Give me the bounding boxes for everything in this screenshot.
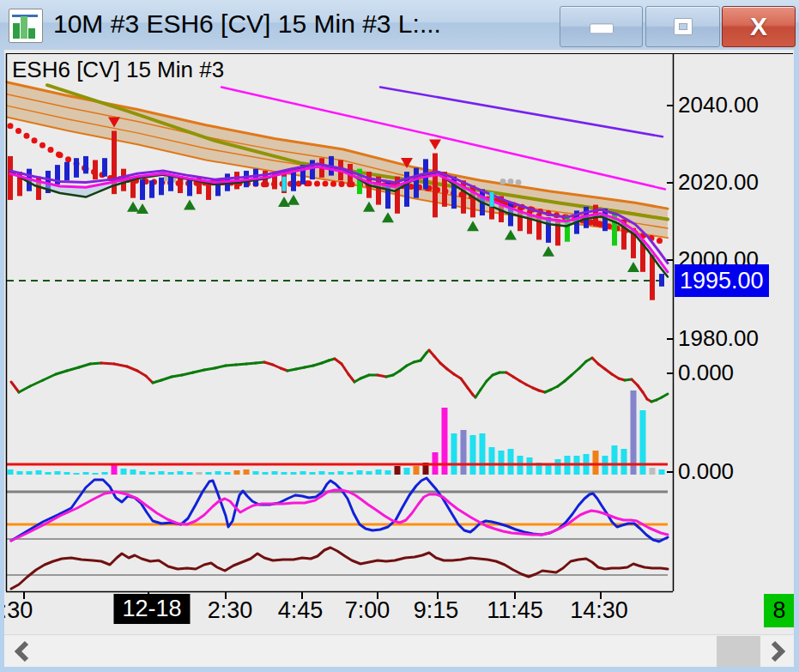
close-icon: X	[723, 7, 795, 46]
trend-oscillator-series	[11, 350, 668, 402]
title-bar[interactable]: 10M #3 ESH6 [CV] 15 Min #3 L:... X	[0, 0, 799, 51]
window-border-bottom	[0, 667, 799, 672]
chart-number-badge: 8	[764, 594, 794, 627]
buy-signal-triangle	[627, 262, 639, 272]
window-title: 10M #3 ESH6 [CV] 15 Min #3 L:...	[53, 9, 441, 39]
price-axis-label: 1980.00	[678, 325, 759, 352]
horizontal-scrollbar[interactable]	[4, 634, 794, 667]
cyan-signal-tick	[282, 177, 287, 191]
chart-window: 10M #3 ESH6 [CV] 15 Min #3 L:... X ESH6 …	[0, 0, 799, 672]
date-label-highlighted: 12-18	[113, 594, 190, 624]
chart-client-area: ESH6 [CV] 15 Min #3 2040.002020.002000.0…	[4, 50, 794, 667]
buy-signal-triangle	[136, 203, 148, 214]
scroll-right-arrow-icon[interactable]	[765, 639, 789, 663]
price-axis-label: 2020.00	[678, 169, 759, 196]
maximize-icon	[674, 18, 693, 35]
price-axis-label: 0.000	[678, 458, 734, 485]
buy-signal-triangle	[542, 246, 554, 257]
minimize-button[interactable]	[560, 6, 643, 47]
time-axis-label: 14:30	[570, 597, 628, 624]
stochastic-fast-line	[11, 478, 668, 542]
time-axis-label: 11:45	[487, 597, 543, 624]
buy-signal-triangle	[127, 202, 139, 212]
time-axis-label: 9:15	[414, 597, 459, 624]
buy-signal-triangle	[288, 195, 300, 205]
window-border-right	[794, 50, 799, 672]
window-border-left	[0, 50, 4, 672]
stochastic-slow-line	[11, 490, 668, 541]
close-button[interactable]: X	[722, 6, 796, 47]
scroll-left-arrow-icon[interactable]	[11, 639, 35, 663]
time-axis-label: 7:00	[345, 597, 390, 624]
chart-symbol-label: ESH6 [CV] 15 Min #3	[12, 57, 224, 83]
last-price-badge: 1995.00	[675, 264, 769, 297]
scrollbar-thumb[interactable]	[717, 636, 760, 667]
gray-dot	[500, 179, 506, 185]
time-axis-label: 0:30	[4, 597, 33, 624]
cyan-signal-tick	[490, 192, 494, 207]
time-axis-label: 4:45	[278, 597, 324, 624]
volume-histogram-series	[8, 390, 665, 475]
price-axis-label: 2040.00	[678, 92, 759, 118]
buy-signal-triangle	[382, 212, 394, 222]
price-axis-label: 0.000	[678, 360, 734, 386]
buy-signal-triangle	[467, 221, 479, 231]
app-icon	[9, 9, 43, 43]
momentum-line-line	[11, 548, 668, 589]
minimize-icon	[590, 23, 614, 33]
time-axis-label: 2:30	[208, 597, 253, 624]
gray-dot	[516, 179, 522, 185]
buy-signal-triangle	[363, 202, 375, 212]
buy-signal-triangle	[184, 199, 196, 209]
buy-signal-triangle	[505, 230, 517, 240]
chart-canvas[interactable]	[4, 50, 794, 667]
maximize-button[interactable]	[645, 6, 720, 47]
buy-signal-triangle	[278, 197, 290, 207]
purple-trendline[interactable]	[380, 87, 663, 136]
sell-signal-triangle	[429, 140, 441, 150]
gray-dot	[508, 179, 514, 185]
